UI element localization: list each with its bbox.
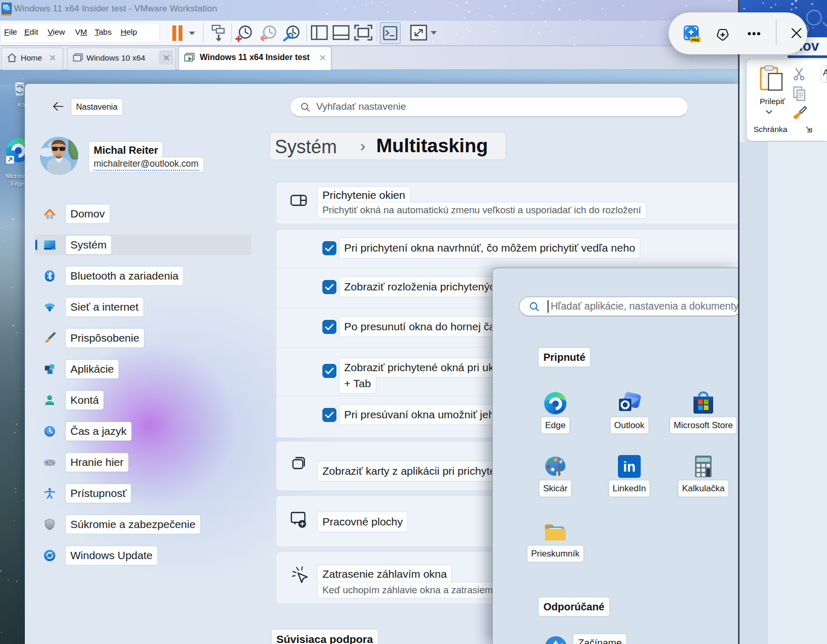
svg-text:PRE: PRE <box>691 38 699 42</box>
svg-text:in: in <box>623 459 636 475</box>
